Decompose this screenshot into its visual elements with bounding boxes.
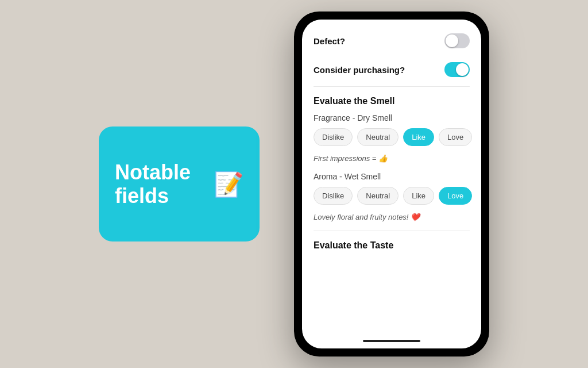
notable-fields-card: Notablefields 📝 [99,126,260,241]
divider-1 [314,86,470,87]
evaluate-taste-title: Evaluate the Taste [314,233,470,255]
consider-purchasing-toggle-thumb [456,63,469,76]
aroma-like-btn[interactable]: Like [403,187,434,205]
aroma-dislike-btn[interactable]: Dislike [314,187,353,205]
fragrance-love-btn[interactable]: Love [439,128,472,146]
phone-notch-bar [302,20,481,26]
defect-toggle-thumb [446,34,458,47]
evaluate-smell-title: Evaluate the Smell [314,89,470,111]
aroma-note: Lovely floral and fruity notes! ❤️ [314,209,470,228]
fragrance-note: First impressions = 👍 [314,151,470,170]
fragrance-like-btn[interactable]: Like [403,128,434,146]
scene: Notablefields 📝 Defect? Consider purchas… [0,0,588,368]
fragrance-dislike-btn[interactable]: Dislike [314,128,353,146]
fragrance-dry-subtitle: Fragrance - Dry Smell [314,111,470,128]
phone-mockup: Defect? Consider purchasing? Evaluate th… [294,12,489,356]
defect-toggle-row: Defect? [314,26,470,55]
consider-purchasing-toggle-row: Consider purchasing? [314,55,470,84]
phone-content: Defect? Consider purchasing? Evaluate th… [302,26,481,337]
phone-screen: Defect? Consider purchasing? Evaluate th… [302,20,481,348]
consider-purchasing-label: Consider purchasing? [314,65,405,75]
home-indicator-bar [302,337,481,348]
notepad-icon: 📝 [214,170,243,198]
fragrance-neutral-btn[interactable]: Neutral [357,128,399,146]
defect-toggle[interactable] [444,33,470,48]
home-bar [363,340,420,342]
consider-purchasing-toggle[interactable] [444,62,470,77]
aroma-wet-subtitle: Aroma - Wet Smell [314,170,470,187]
aroma-love-btn[interactable]: Love [439,187,472,205]
notable-card-title: Notablefields [115,160,191,208]
divider-2 [314,231,470,231]
fragrance-dry-rating-group: Dislike Neutral Like Love [314,128,470,146]
aroma-neutral-btn[interactable]: Neutral [357,187,399,205]
aroma-wet-rating-group: Dislike Neutral Like Love [314,187,470,205]
defect-label: Defect? [314,36,345,46]
